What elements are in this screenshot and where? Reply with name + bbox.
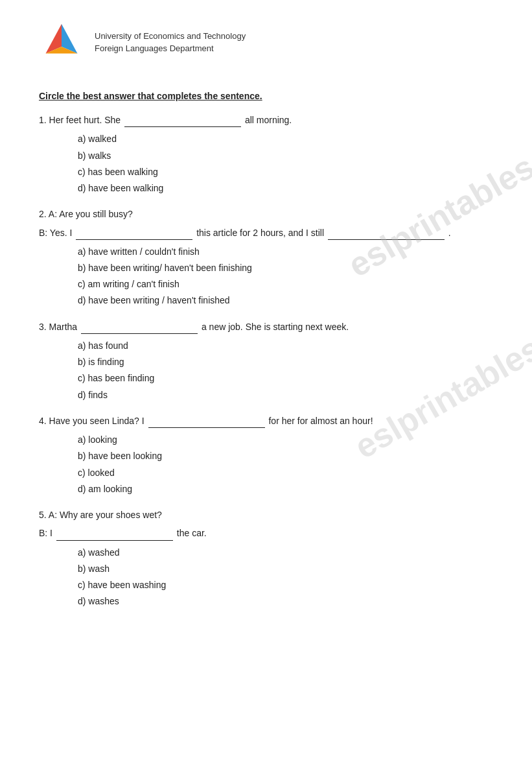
question-4: 4. Have you seen Linda? I for her for al…: [39, 414, 493, 497]
question-1: 1. Her feet hurt. She all morning. a) wa…: [39, 113, 493, 196]
list-item: b) have been writing/ haven't been finis…: [78, 260, 493, 276]
q2-b-middle: this article for 2 hours, and I still: [196, 228, 327, 238]
q2-options: a) have written / couldn't finish b) hav…: [78, 244, 493, 309]
q4-text: 4. Have you seen Linda? I for her for al…: [39, 414, 493, 428]
q3-options: a) has found b) is finding c) has been f…: [78, 338, 493, 403]
q5-blank: [56, 532, 173, 541]
department-name: Foreign Languages Department: [95, 42, 246, 55]
list-item: a) washed: [78, 545, 493, 561]
question-1-text: 1. Her feet hurt. She all morning.: [39, 113, 493, 127]
q5-line-a: 5. A: Why are your shoes wet?: [39, 508, 493, 522]
university-logo: [39, 19, 84, 65]
list-item: a) has found: [78, 338, 493, 354]
list-item: b) is finding: [78, 354, 493, 370]
list-item: c) am writing / can't finish: [78, 276, 493, 292]
question-2: 2. A: Are you still busy? B: Yes. I this…: [39, 207, 493, 309]
list-item: a) have written / couldn't finish: [78, 244, 493, 260]
q5-b-after: the car.: [177, 528, 207, 538]
q3-text: 3. Martha a new job. She is starting nex…: [39, 320, 493, 334]
list-item: d) finds: [78, 387, 493, 403]
list-item: c) has been walking: [78, 164, 493, 180]
q3-after: a new job. She is starting next week.: [202, 322, 349, 332]
q2-line-b: B: Yes. I this article for 2 hours, and …: [39, 226, 493, 240]
list-item: b) wash: [78, 561, 493, 577]
list-item: a) looking: [78, 432, 493, 448]
list-item: a) walked: [78, 131, 493, 147]
q5-line-b: B: I the car.: [39, 526, 493, 540]
q2-line-a: 2. A: Are you still busy?: [39, 207, 493, 221]
q5-options: a) washed b) wash c) have been washing d…: [78, 545, 493, 610]
q3-number: 3. Martha: [39, 322, 80, 332]
university-name: University of Economics and Technology: [95, 30, 246, 43]
list-item: d) washes: [78, 593, 493, 610]
q3-blank: [81, 325, 198, 334]
list-item: c) have been washing: [78, 577, 493, 593]
q4-after: for her for almost an hour!: [268, 416, 373, 426]
list-item: c) looked: [78, 465, 493, 481]
list-item: b) walks: [78, 148, 493, 164]
q4-before: 4. Have you seen Linda? I: [39, 416, 147, 426]
q5-b-label: B: I: [39, 528, 55, 538]
question-3: 3. Martha a new job. She is starting nex…: [39, 320, 493, 403]
q1-after: all morning.: [245, 115, 292, 125]
q2-b-label: B: Yes. I: [39, 228, 75, 238]
list-item: d) have been walking: [78, 180, 493, 196]
question-5: 5. A: Why are your shoes wet? B: I the c…: [39, 508, 493, 610]
university-info: University of Economics and Technology F…: [95, 30, 246, 55]
instructions-text: Circle the best answer that completes th…: [39, 91, 493, 101]
list-item: b) have been looking: [78, 448, 493, 464]
q4-options: a) looking b) have been looking c) looke…: [78, 432, 493, 497]
q2-blank2: [328, 231, 445, 240]
q1-number: 1.: [39, 115, 49, 125]
q1-options: a) walked b) walks c) has been walking d…: [78, 131, 493, 196]
q2-b-end: .: [448, 228, 451, 238]
list-item: d) have been writing / haven't finished: [78, 292, 493, 309]
q2-blank1: [76, 231, 192, 240]
q4-blank: [148, 419, 265, 428]
q1-before: Her feet hurt. She: [49, 115, 123, 125]
page-header: University of Economics and Technology F…: [39, 19, 493, 65]
q1-blank: [124, 118, 241, 127]
list-item: c) has been finding: [78, 370, 493, 386]
list-item: d) am looking: [78, 481, 493, 497]
